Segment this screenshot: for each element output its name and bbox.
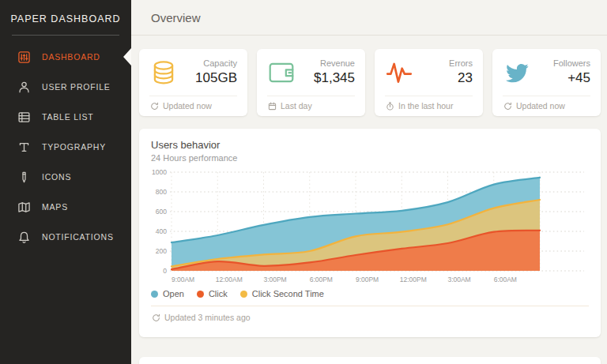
- sidebar-item-label: ICONS: [42, 172, 71, 182]
- top-navbar: Overview: [131, 0, 607, 36]
- x-axis-label: 9:00PM: [356, 276, 379, 283]
- sidebar-item-dashboard[interactable]: DASHBOARD: [0, 42, 131, 72]
- twitter-icon: [503, 58, 531, 87]
- legend-item-open: Open: [151, 289, 184, 298]
- stats-row: Capacity 105GB Updated now: [139, 49, 601, 116]
- stopwatch-icon: [386, 102, 394, 111]
- stat-label: Errors: [413, 58, 473, 68]
- sidebar-item-label: TABLE LIST: [42, 112, 94, 122]
- stat-footer: In the last hour: [385, 96, 473, 116]
- main-content: Overview Capacity 105GB: [131, 0, 607, 364]
- x-axis-label: 12:00PM: [400, 276, 427, 283]
- stat-footer: Updated now: [149, 96, 237, 116]
- chart-footer-text: Updated 3 minutes ago: [164, 313, 251, 322]
- chart-legend: OpenClickClick Second Time: [151, 289, 589, 298]
- y-axis-label: 200: [156, 247, 167, 255]
- sidebar-item-label: TYPOGRAPHY: [42, 142, 106, 152]
- typography-icon: [17, 141, 31, 154]
- x-axis-label: 6:00PM: [310, 276, 333, 283]
- legend-label: Click Second Time: [252, 289, 324, 298]
- x-axis-label: 3:00PM: [263, 276, 286, 283]
- bell-icon: [17, 231, 31, 244]
- pulse-icon: [385, 58, 413, 87]
- legend-dot: [197, 291, 204, 298]
- refresh-icon: [503, 102, 512, 111]
- active-page-arrow: [123, 48, 131, 66]
- sidebar: PAPER DASHBOARD DASHBOARD USER PROFILE: [0, 0, 131, 364]
- map-icon: [17, 201, 31, 214]
- stat-footer: Updated now: [503, 96, 590, 116]
- legend-item-click: Click: [197, 289, 228, 298]
- legend-label: Click: [209, 289, 228, 298]
- stat-card-revenue: Revenue $1,345 Last day: [257, 49, 365, 116]
- legend-item-click-second-time: Click Second Time: [240, 289, 324, 298]
- app-logo: PAPER DASHBOARD: [0, 0, 131, 36]
- sidebar-item-label: NOTIFICATIONS: [42, 232, 114, 242]
- chart-footer: Updated 3 minutes ago: [151, 306, 589, 328]
- sidebar-item-maps[interactable]: MAPS: [0, 192, 131, 222]
- y-axis-label: 1000: [152, 169, 167, 176]
- stat-value: 23: [413, 70, 473, 86]
- table-list-icon: [17, 111, 31, 124]
- x-axis-label: 9:00AM: [172, 276, 194, 283]
- stat-value: 105GB: [178, 70, 237, 86]
- stat-card-errors: Errors 23 In the last hour: [375, 49, 483, 116]
- stat-footer-text: Updated now: [163, 101, 212, 111]
- stat-label: Capacity: [178, 58, 237, 68]
- chart-title: Users behavior: [151, 139, 589, 151]
- app-title: PAPER DASHBOARD: [0, 13, 131, 24]
- sidebar-item-notifications[interactable]: NOTIFICATIONS: [0, 222, 131, 252]
- next-card-top-edge: [139, 357, 601, 364]
- sidebar-item-table-list[interactable]: TABLE LIST: [0, 102, 131, 132]
- stat-label: Revenue: [296, 58, 355, 68]
- legend-dot: [240, 291, 247, 298]
- sidebar-item-typography[interactable]: TYPOGRAPHY: [0, 132, 131, 162]
- legend-label: Open: [163, 289, 184, 298]
- refresh-icon: [152, 313, 160, 322]
- page-title: Overview: [151, 11, 201, 24]
- sidebar-item-user-profile[interactable]: USER PROFILE: [0, 72, 131, 102]
- calendar-icon: [268, 102, 277, 111]
- x-axis-label: 6:00AM: [494, 276, 517, 283]
- users-behavior-chart: 020040060080010009:00AM12:00AM3:00PM6:00…: [151, 169, 589, 287]
- sidebar-item-label: USER PROFILE: [42, 82, 111, 92]
- y-axis-label: 400: [156, 227, 167, 235]
- sidebar-nav: DASHBOARD USER PROFILE TABLE LIST: [0, 42, 131, 252]
- stat-card-followers: Followers +45 Updated now: [492, 49, 601, 116]
- sidebar-item-icons[interactable]: ICONS: [0, 162, 131, 192]
- pencil-icon: [17, 171, 31, 184]
- x-axis-label: 3:00AM: [447, 276, 470, 283]
- database-icon: [149, 58, 178, 87]
- stat-value: $1,345: [296, 70, 355, 86]
- sidebar-item-label: DASHBOARD: [42, 52, 100, 62]
- y-axis-label: 800: [156, 188, 167, 196]
- x-axis-label: 12:00AM: [216, 276, 243, 283]
- y-axis-label: 0: [163, 267, 167, 275]
- stat-footer-text: Updated now: [516, 101, 565, 111]
- chart-subtitle: 24 Hours performance: [151, 153, 589, 163]
- refresh-icon: [150, 102, 159, 111]
- wallet-icon: [267, 58, 296, 87]
- stat-footer: Last day: [267, 96, 355, 116]
- stat-footer-text: In the last hour: [398, 101, 453, 111]
- stat-value: +45: [531, 70, 590, 86]
- stat-label: Followers: [531, 58, 590, 68]
- stat-card-capacity: Capacity 105GB Updated now: [139, 49, 247, 116]
- stat-footer-text: Last day: [281, 101, 312, 111]
- panel-icon: [17, 51, 31, 64]
- legend-dot: [151, 291, 158, 298]
- content-area: Capacity 105GB Updated now: [131, 36, 607, 364]
- user-icon: [17, 81, 31, 94]
- y-axis-label: 600: [156, 208, 167, 216]
- logo-divider: [12, 35, 119, 36]
- sidebar-item-label: MAPS: [42, 202, 68, 212]
- users-behavior-card: Users behavior 24 Hours performance 0200…: [139, 129, 601, 337]
